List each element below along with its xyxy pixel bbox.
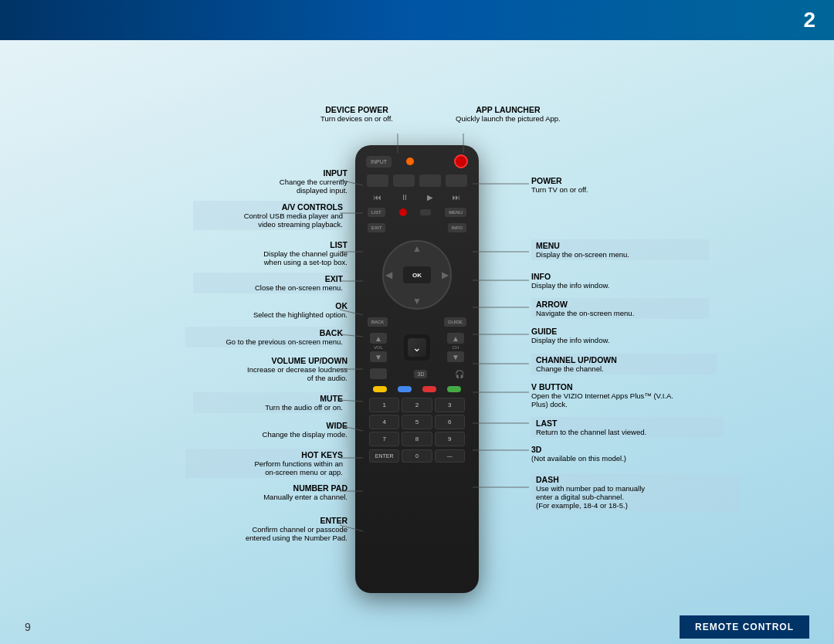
ann-volume: VOLUME UP/DOWN Increase or decrease loud… [193,356,348,382]
num-3[interactable]: 3 [435,398,465,412]
exit-button[interactable]: EXIT [368,223,385,232]
rec-button[interactable] [399,208,407,216]
vol-label: VOL [374,345,383,350]
ann-dash: DASH Use with number pad to manuallyente… [531,473,740,511]
ann-input: INPUT Change the currentlydisplayed inpu… [208,168,348,195]
list-button[interactable]: LIST [368,208,385,217]
exit-info-row: EXIT INFO [361,222,473,234]
dpad-right-icon[interactable]: ▶ [442,269,449,280]
vol-up-button[interactable]: ▲ [370,333,387,344]
ann-channel-updown: CHANNEL UP/DOWN Change the channel. [531,354,717,375]
red-key[interactable] [422,386,436,392]
av-btn-2[interactable] [393,175,415,187]
back-button[interactable]: BACK [368,317,388,327]
list-menu-row: LIST MENU [361,206,473,219]
label-app-launcher: APP LAUNCHER Quickly launch the pictured… [456,105,561,123]
3d-button[interactable]: 3D [414,370,427,378]
back-guide-row: BACK GUIDE [361,316,473,328]
mute-row: 3D 🎧 [361,367,473,381]
vol-ch-row: ▲ VOL ▼ ⌄ ▲ CH ▼ [361,331,473,364]
volume-col: ▲ VOL ▼ [370,333,387,362]
channel-col: ▲ CH ▼ [447,333,464,362]
ann-v-button: V BUTTON Open the VIZIO Internet Apps Pl… [531,382,724,408]
ch-down-button[interactable]: ▼ [447,351,464,362]
av-btn-3[interactable] [419,175,441,187]
ann-info: INFO Display the info window. [531,272,701,290]
num-5[interactable]: 5 [402,415,432,429]
misc-btn[interactable] [420,209,431,215]
menu-button[interactable]: MENU [445,208,466,217]
page-number: 2 [803,8,815,32]
ann-wide: WIDE Change the display mode. [201,421,348,439]
av-btn-1[interactable] [367,175,388,187]
enter-row: ENTER 0 — [361,449,473,463]
av-btn-4[interactable] [446,175,467,187]
ch-label: CH [453,345,459,350]
remote-control: INPUT ⏮ ⏸ ▶ ⏭ LIST [355,145,479,593]
dpad-down-icon[interactable]: ▼ [412,296,422,307]
ann-list: LIST Display the channel guidewhen using… [201,240,348,266]
ann-number-pad: NUMBER PAD Manually enter a channel. [193,483,348,501]
yellow-key[interactable] [373,386,387,392]
color-keys-row [361,384,473,395]
v-button-center: ⌄ [404,334,430,361]
ann-guide: GUIDE Display the info window. [531,327,701,344]
rewind-icon[interactable]: ⏮ [374,193,381,202]
remote-top-row: INPUT [361,154,473,168]
ann-3d: 3D (Not available on this model.) [531,445,724,463]
ann-menu: MENU Display the on-screen menu. [531,239,709,260]
ann-exit: EXIT Close the on-screen menu. [193,273,348,293]
num-6[interactable]: 6 [435,415,465,429]
power-indicator [406,158,414,165]
fastforward-icon[interactable]: ⏭ [453,193,460,202]
num-2[interactable]: 2 [402,398,432,412]
remote-control-label: REMOTE CONTROL [680,615,809,639]
transport-row: ⏮ ⏸ ▶ ⏭ [361,192,473,203]
pause-icon[interactable]: ⏸ [401,193,409,202]
input-button[interactable]: INPUT [366,156,392,168]
bottom-page-number: 9 [25,621,31,633]
num-4[interactable]: 4 [369,415,399,429]
dpad-up-icon[interactable]: ▲ [412,243,422,254]
enter-button[interactable]: ENTER [369,449,399,463]
label-device-power: DEVICE POWER Turn devices on or off. [320,105,393,123]
vol-down-button[interactable]: ▼ [370,351,387,362]
ok-button[interactable]: OK [403,266,431,283]
num-9[interactable]: 9 [435,432,465,446]
info-button[interactable]: INFO [448,223,466,232]
dpad-left-icon[interactable]: ◀ [385,269,392,280]
ann-arrow: ARROW Navigate the on-screen menu. [531,298,709,319]
numpad: 1 2 3 4 5 6 7 8 9 [361,398,473,446]
diagram-container: DEVICE POWER Turn devices on or off. APP… [46,53,788,639]
dpad[interactable]: ▲ ▼ ◀ ▶ OK [382,240,452,310]
ann-last: LAST Return to the channel last viewed. [531,417,724,438]
ann-back: BACK Go to the previous on-screen menu. [185,327,348,347]
ann-av-controls: A/V CONTROLS Control USB media player an… [193,201,348,230]
num-8[interactable]: 8 [402,432,432,446]
ann-ok: OK Select the highlighted option. [201,301,348,319]
num-1[interactable]: 1 [369,398,399,412]
num-7[interactable]: 7 [369,432,399,446]
av-controls-row [361,173,473,188]
bottom-bar: 9 REMOTE CONTROL [0,610,834,644]
mute-button[interactable] [370,368,387,379]
play-icon[interactable]: ▶ [427,193,433,202]
blue-key[interactable] [398,386,412,392]
zero-button[interactable]: 0 [402,449,432,463]
dash-button[interactable]: — [435,449,465,463]
ann-enter: ENTER Confirm channel or passcodeentered… [185,516,348,542]
top-bar: 2 [0,0,834,40]
ch-up-button[interactable]: ▲ [447,333,464,344]
ann-power: POWER Turn TV on or off. [531,176,701,194]
ann-hot-keys: HOT KEYS Perform functions within anon-s… [185,449,348,478]
guide-button[interactable]: GUIDE [444,317,466,327]
green-key[interactable] [447,386,461,392]
headphone-icon[interactable]: 🎧 [455,370,464,378]
main-content: DEVICE POWER Turn devices on or off. APP… [0,40,834,644]
v-button[interactable]: ⌄ [408,338,426,357]
app-launcher-button[interactable] [454,154,468,168]
ann-mute: MUTE Turn the audio off or on. [193,392,348,413]
